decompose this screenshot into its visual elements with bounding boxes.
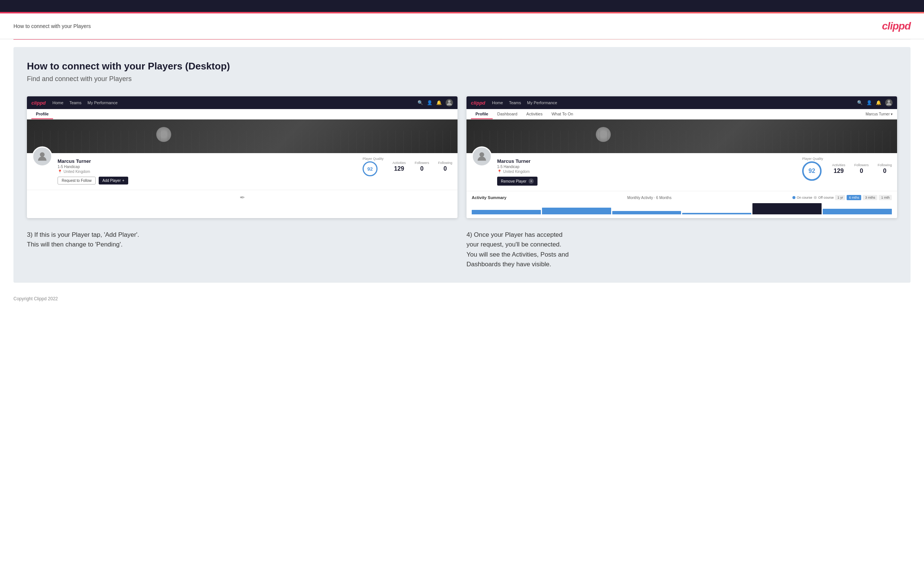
remove-player-button[interactable]: Remove Player × — [497, 177, 538, 185]
quality-circle-left: 92 — [363, 161, 378, 176]
app-nav-right: clippd Home Teams My Performance 🔍 👤 🔔 — [467, 96, 897, 109]
screenshot-bottom-left: ✒ — [27, 190, 457, 205]
bar-2 — [542, 208, 611, 214]
svg-point-2 — [888, 100, 890, 103]
legend-dot-on — [792, 196, 795, 199]
nav-teams-right[interactable]: Teams — [509, 100, 521, 105]
description-text-right: 4) Once your Player has acceptedyour req… — [467, 230, 897, 269]
followers-stat-left: Followers 0 — [415, 161, 429, 172]
profile-actions-left: Request to Follow Add Player + — [58, 177, 354, 184]
profile-info-right: Marcus Turner 1-5 Handicap 📍 United King… — [467, 153, 897, 191]
app-nav-links-left: Home Teams My Performance — [52, 100, 117, 105]
user-label-right: Marcus Turner ▾ — [866, 109, 893, 119]
avatar-left[interactable] — [446, 99, 453, 106]
svg-point-3 — [480, 152, 485, 157]
clippd-logo: clippd — [882, 20, 911, 32]
legend-dot-off — [814, 196, 817, 199]
bar-5 — [753, 203, 822, 214]
profile-name-right: Marcus Turner — [497, 158, 793, 164]
description-text-left: 3) If this is your Player tap, 'Add Play… — [27, 230, 457, 250]
activity-title: Activity Summary — [472, 195, 506, 200]
profile-location-left: 📍 United Kingdom — [58, 169, 354, 174]
profile-hero-right — [467, 119, 897, 153]
tab-activities-right[interactable]: Activities — [522, 109, 547, 119]
tab-profile-left[interactable]: Profile — [31, 109, 53, 119]
bar-3 — [612, 211, 682, 214]
bell-icon-right[interactable]: 🔔 — [876, 100, 881, 105]
app-logo-right: clippd — [471, 100, 485, 106]
main-subtitle: Find and connect with your Players — [27, 75, 897, 83]
avatar-right[interactable] — [885, 99, 893, 106]
nav-myperformance-right[interactable]: My Performance — [527, 100, 557, 105]
location-pin-icon-right: 📍 — [497, 169, 502, 174]
svg-point-0 — [448, 100, 451, 103]
svg-point-1 — [40, 152, 45, 157]
profile-location-right: 📍 United Kingdom — [497, 169, 793, 174]
bell-icon-left[interactable]: 🔔 — [436, 100, 442, 105]
app-nav-links-right: Home Teams My Performance — [492, 100, 557, 105]
bar-6 — [823, 209, 892, 214]
profile-details-left: Marcus Turner 1-5 Handicap 📍 United King… — [58, 157, 354, 184]
profile-details-right: Marcus Turner 1-5 Handicap 📍 United King… — [497, 157, 793, 185]
tab-dashboard-right[interactable]: Dashboard — [493, 109, 522, 119]
request-follow-button[interactable]: Request to Follow — [58, 177, 96, 184]
activity-summary: Activity Summary Monthly Activity · 6 Mo… — [467, 191, 897, 218]
user-icon-left[interactable]: 👤 — [427, 100, 433, 105]
followers-stat-right: Followers 0 — [854, 163, 869, 174]
tab-profile-right[interactable]: Profile — [471, 109, 493, 119]
nav-teams-left[interactable]: Teams — [69, 100, 81, 105]
profile-name-left: Marcus Turner — [58, 158, 354, 164]
main-content: How to connect with your Players (Deskto… — [13, 47, 911, 283]
copyright-text: Copyright Clippd 2022 — [13, 296, 58, 301]
app-tabs-right: Profile Dashboard Activities What To On … — [467, 109, 897, 119]
search-icon-right[interactable]: 🔍 — [857, 100, 863, 105]
nav-myperformance-left[interactable]: My Performance — [87, 100, 118, 105]
profile-avatar-left — [32, 147, 52, 166]
stats-row-left: Player Quality 92 Activities 129 Followe… — [359, 157, 452, 176]
nav-home-right[interactable]: Home — [492, 100, 503, 105]
bar-1 — [472, 210, 541, 214]
remove-x-icon: × — [528, 179, 534, 184]
description-left: 3) If this is your Player tap, 'Add Play… — [27, 230, 457, 269]
activity-header: Activity Summary Monthly Activity · 6 Mo… — [472, 195, 892, 200]
filter-3mths[interactable]: 3 mths — [863, 195, 877, 200]
app-logo-left: clippd — [31, 100, 45, 106]
filter-6mths[interactable]: 6 mths — [846, 195, 861, 200]
top-bar — [0, 0, 924, 12]
player-quality-stat-left: Player Quality 92 — [363, 157, 383, 176]
stats-row-right: Player Quality 92 Activities 129 Followe… — [798, 157, 892, 181]
app-nav-left: clippd Home Teams My Performance 🔍 👤 🔔 — [27, 96, 457, 109]
header: How to connect with your Players clippd — [0, 13, 924, 39]
user-icon-right[interactable]: 👤 — [866, 100, 872, 105]
profile-avatar-right — [472, 147, 492, 166]
add-player-button[interactable]: Add Player + — [99, 177, 128, 184]
edit-icon-left: ✒ — [240, 193, 245, 201]
app-tabs-left: Profile — [27, 109, 457, 119]
descriptions-row: 3) If this is your Player tap, 'Add Play… — [27, 230, 897, 269]
app-nav-right-left: 🔍 👤 🔔 — [418, 99, 453, 106]
profile-handicap-left: 1-5 Handicap — [58, 165, 354, 169]
following-stat-right: Following 0 — [878, 163, 892, 174]
screenshots-row: clippd Home Teams My Performance 🔍 👤 🔔 — [27, 96, 897, 218]
app-nav-icons-right: 🔍 👤 🔔 — [857, 99, 893, 106]
nav-home-left[interactable]: Home — [52, 100, 63, 105]
filter-1yr[interactable]: 1 yr — [835, 195, 845, 200]
legend-on-course: On course — [792, 196, 813, 200]
activities-stat-right: Activities 129 — [832, 163, 845, 174]
filter-1mth[interactable]: 1 mth — [879, 195, 892, 200]
search-icon-left[interactable]: 🔍 — [418, 100, 423, 105]
header-title: How to connect with your Players — [13, 23, 91, 29]
bar-4 — [682, 213, 751, 215]
profile-handicap-right: 1-5 Handicap — [497, 165, 793, 169]
screenshot-left: clippd Home Teams My Performance 🔍 👤 🔔 — [27, 96, 457, 218]
tab-whattoon-right[interactable]: What To On — [547, 109, 577, 119]
player-quality-stat-right: Player Quality 92 — [802, 157, 823, 181]
following-stat-left: Following 0 — [438, 161, 452, 172]
activity-filters: On course Off course 1 yr 6 mths 3 mths … — [792, 195, 892, 200]
profile-actions-right: Remove Player × — [497, 177, 793, 185]
activities-stat-left: Activities 129 — [393, 161, 406, 172]
header-divider — [13, 39, 911, 40]
footer: Copyright Clippd 2022 — [0, 290, 924, 307]
legend-off-course: Off course — [814, 196, 834, 200]
activity-bar-chart — [472, 203, 892, 214]
